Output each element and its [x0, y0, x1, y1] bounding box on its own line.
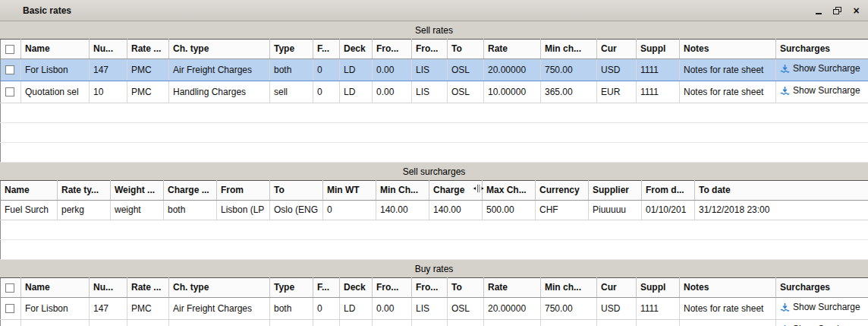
table-row[interactable]: Quotation bu10PMCHandling Chargesbuy0LD0…: [1, 320, 868, 326]
surcharges-cell: Show Surcharge: [776, 320, 868, 326]
row-checkbox-cell[interactable]: [1, 320, 21, 326]
surcharge-anchor-icon: [780, 64, 790, 74]
column-header[interactable]: Min ch...: [541, 278, 597, 298]
column-header[interactable]: Rate: [484, 278, 541, 298]
cell: both: [270, 298, 313, 320]
column-header[interactable]: To: [270, 181, 323, 201]
column-header[interactable]: Charge: [429, 181, 483, 201]
column-header[interactable]: Fro...: [373, 40, 412, 59]
column-header[interactable]: Ch. type: [169, 278, 270, 298]
column-header[interactable]: From: [217, 181, 270, 201]
cell: LIS: [412, 298, 448, 320]
show-surcharge-button[interactable]: Show Surcharge: [780, 81, 860, 100]
surcharge-anchor-icon: [780, 302, 790, 312]
column-header[interactable]: Name: [21, 278, 90, 298]
row-checkbox[interactable]: [5, 304, 14, 313]
cell: LD: [340, 59, 373, 81]
row-checkbox[interactable]: [5, 65, 14, 74]
column-header[interactable]: Type: [270, 40, 313, 59]
row-checkbox-cell[interactable]: [1, 59, 21, 81]
column-header[interactable]: Nu...: [90, 40, 127, 59]
select-all-cell[interactable]: [1, 278, 21, 298]
section-label-sell-rates: Sell rates: [0, 21, 868, 39]
column-header[interactable]: F...: [313, 40, 340, 59]
column-header[interactable]: From d...: [642, 181, 695, 201]
show-surcharge-button[interactable]: Show Surcharge: [780, 298, 860, 317]
cell: 01/10/201: [642, 201, 695, 220]
show-surcharge-button[interactable]: Show Surcharge: [780, 59, 860, 78]
column-header[interactable]: Fro...: [412, 278, 448, 298]
column-header[interactable]: To: [448, 278, 484, 298]
column-header[interactable]: Suppl: [637, 40, 680, 59]
cell: Notes for rate sheet: [680, 320, 776, 326]
column-header[interactable]: Charge ...: [164, 181, 217, 201]
cell: Air Freight Charges: [169, 59, 270, 81]
cell: 1111: [637, 320, 680, 326]
cell: weight: [111, 201, 164, 220]
column-header[interactable]: Supplier: [589, 181, 642, 201]
cell: Handling Charges: [169, 320, 270, 326]
column-header[interactable]: Rate ty...: [58, 181, 111, 201]
table-row[interactable]: For Lisbon147PMCAir Freight Chargesboth0…: [1, 59, 868, 81]
cell: Quotation sel: [21, 81, 90, 103]
column-header[interactable]: Notes: [680, 278, 776, 298]
column-header[interactable]: Notes: [680, 40, 776, 59]
column-header[interactable]: Max Ch...: [483, 181, 536, 201]
column-header[interactable]: Rate ...: [127, 278, 169, 298]
cell: 1111: [637, 298, 680, 320]
column-header[interactable]: Surcharges: [776, 278, 868, 298]
window-titlebar[interactable]: Basic rates ×: [0, 0, 868, 21]
column-header[interactable]: Suppl: [637, 278, 680, 298]
table-row[interactable]: Fuel SurchperkgweightbothLisbon (LPOslo …: [1, 201, 868, 220]
column-header[interactable]: Weight ...: [111, 181, 164, 201]
column-header[interactable]: Cur: [597, 278, 637, 298]
empty-row: [1, 143, 868, 163]
column-header[interactable]: Deck: [340, 278, 373, 298]
column-header[interactable]: Min Ch...: [376, 181, 429, 201]
select-all-checkbox[interactable]: [5, 45, 14, 54]
column-header[interactable]: Fro...: [412, 40, 448, 59]
minimize-button[interactable]: [813, 5, 824, 16]
column-header[interactable]: Deck: [340, 40, 373, 59]
column-header[interactable]: Ch. type: [169, 40, 270, 59]
restore-button[interactable]: [832, 5, 843, 16]
column-header[interactable]: Fro...: [373, 278, 412, 298]
section-label-sell-surcharges: Sell surcharges: [0, 163, 868, 180]
row-checkbox-cell[interactable]: [1, 298, 21, 320]
close-button[interactable]: ×: [851, 5, 862, 16]
cell: Lisbon (LP: [217, 201, 270, 220]
cell: Notes for rate sheet: [680, 59, 776, 81]
column-header[interactable]: To date: [695, 181, 868, 201]
select-all-checkbox[interactable]: [5, 283, 14, 293]
sell-rates-table: NameNu...Rate ...Ch. typeTypeF...DeckFro…: [0, 39, 868, 163]
column-header[interactable]: Rate: [484, 40, 541, 59]
empty-row: [1, 103, 868, 123]
column-header[interactable]: Name: [21, 40, 90, 59]
cell: 0: [313, 320, 340, 326]
column-header[interactable]: Min ch...: [541, 40, 597, 59]
cell: 147: [90, 298, 127, 320]
cell: OSL: [448, 298, 484, 320]
row-checkbox-cell[interactable]: [1, 81, 21, 103]
column-header[interactable]: Surcharges: [776, 40, 868, 59]
column-header[interactable]: Currency: [536, 181, 589, 201]
column-header[interactable]: F...: [313, 278, 340, 298]
column-header[interactable]: Nu...: [90, 278, 127, 298]
select-all-cell[interactable]: [1, 40, 21, 59]
column-header[interactable]: To: [448, 40, 484, 59]
cell: 0: [313, 298, 340, 320]
column-header[interactable]: Min WT: [323, 181, 376, 201]
show-surcharge-button[interactable]: Show Surcharge: [780, 320, 860, 326]
section-label-buy-rates: Buy rates: [0, 260, 868, 277]
header-row: NameNu...Rate ...Ch. typeTypeF...DeckFro…: [1, 40, 868, 59]
column-header[interactable]: Name: [1, 181, 58, 201]
table-row[interactable]: For Lisbon147PMCAir Freight Chargesboth0…: [1, 298, 868, 320]
table-row[interactable]: Quotation sel10PMCHandling Chargessell0L…: [1, 81, 868, 103]
row-checkbox[interactable]: [5, 87, 14, 97]
cell: 10.00000: [484, 81, 541, 103]
cell: PMC: [127, 81, 169, 103]
column-header[interactable]: Cur: [597, 40, 637, 59]
column-header[interactable]: Rate ...: [127, 40, 169, 59]
column-header[interactable]: Type: [270, 278, 313, 298]
cell: 750.00: [541, 59, 597, 81]
